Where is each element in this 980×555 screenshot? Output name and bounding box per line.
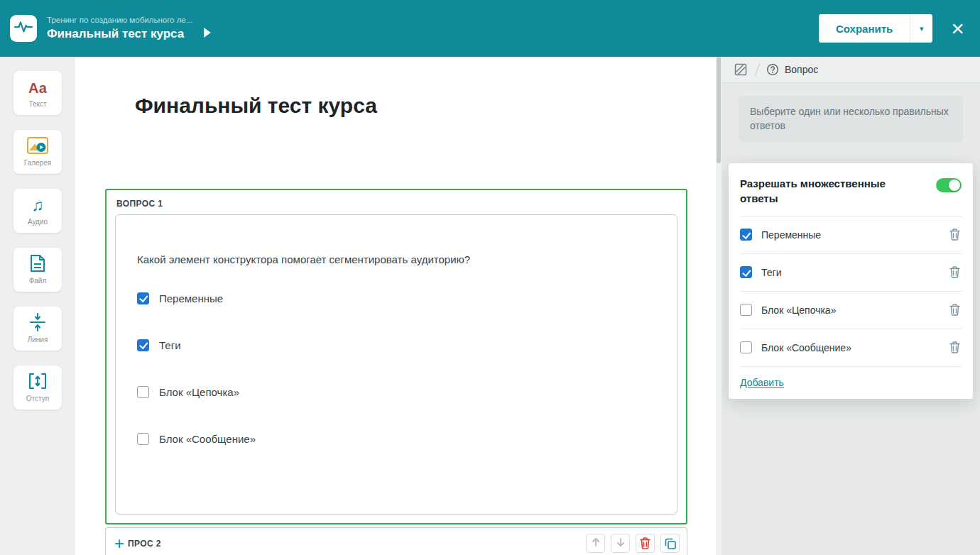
trash-icon bbox=[949, 266, 960, 278]
question-circle-icon bbox=[766, 63, 779, 76]
tool-file-label: Файл bbox=[29, 277, 47, 285]
answer-option-label: Блок «Сообщение» bbox=[159, 433, 256, 445]
question-hint: Выберите один или несколько правильных о… bbox=[739, 96, 963, 142]
tab-block-styles[interactable] bbox=[733, 62, 748, 77]
question-label: ВОПРОС 1 bbox=[107, 190, 686, 214]
question-actions-toolbar bbox=[586, 534, 680, 553]
answer-row: Теги bbox=[740, 254, 962, 292]
toolbox-sidebar: Аа Текст Галерея ♫ Аудио Файл bbox=[0, 57, 75, 555]
multi-answer-toggle[interactable] bbox=[936, 178, 962, 192]
answer-row: Блок «Сообщение» bbox=[740, 329, 962, 367]
tool-spacing[interactable]: Отступ bbox=[13, 366, 62, 410]
top-header: Тренинг по созданию мобильного ле... Фин… bbox=[0, 0, 980, 57]
arrow-up-icon bbox=[591, 537, 601, 549]
close-button[interactable]: × bbox=[951, 17, 964, 40]
lesson-canvas: Финальный тест курса ВОПРОС 1 Какой элем… bbox=[75, 57, 716, 555]
settings-body: Выберите один или несколько правильных о… bbox=[722, 83, 980, 399]
tool-audio-label: Аудио bbox=[28, 218, 48, 226]
file-icon bbox=[30, 254, 45, 275]
toggle-knob bbox=[949, 180, 960, 191]
delete-answer-button[interactable] bbox=[948, 340, 962, 355]
content-row: Аа Текст Галерея ♫ Аудио Файл bbox=[0, 57, 980, 555]
question-text[interactable]: Какой элемент конструктора помогает сегм… bbox=[137, 253, 655, 265]
expand-arrow-icon[interactable] bbox=[204, 28, 211, 38]
delete-answer-button[interactable] bbox=[948, 265, 962, 280]
text-icon: Аа bbox=[28, 81, 47, 95]
breadcrumb-course[interactable]: Тренинг по созданию мобильного ле... bbox=[47, 16, 192, 24]
tab-question[interactable]: Вопрос bbox=[766, 63, 818, 76]
app-root: Тренинг по созданию мобильного ле... Фин… bbox=[0, 0, 980, 555]
tool-line[interactable]: Линия bbox=[13, 307, 62, 351]
answer-label[interactable]: Переменные bbox=[761, 229, 939, 241]
vertical-scrollbar[interactable] bbox=[716, 57, 722, 555]
answer-option-label: Блок «Цепочка» bbox=[159, 386, 239, 398]
multi-answer-label: Разрешать множественные ответы bbox=[740, 176, 903, 206]
save-split-button: Сохранить ▾ bbox=[819, 14, 932, 43]
move-down-button[interactable] bbox=[611, 534, 630, 553]
app-logo[interactable] bbox=[10, 15, 37, 42]
checkbox[interactable] bbox=[137, 386, 149, 398]
answer-label[interactable]: Блок «Цепочка» bbox=[761, 304, 939, 316]
answer-option-row[interactable]: Теги bbox=[137, 337, 655, 353]
lesson-title: Финальный тест курса bbox=[47, 27, 192, 41]
checkbox[interactable] bbox=[137, 339, 149, 351]
answer-option-label: Переменные bbox=[159, 292, 223, 304]
hatched-square-icon bbox=[734, 63, 747, 76]
delete-answer-button[interactable] bbox=[948, 302, 962, 317]
scrollbar-thumb[interactable] bbox=[717, 57, 721, 163]
answer-option-row[interactable]: Переменные bbox=[137, 290, 655, 306]
chevron-down-icon: ▾ bbox=[920, 24, 924, 33]
answer-option-row[interactable]: Блок «Сообщение» bbox=[137, 431, 655, 446]
settings-panel: Вопрос Выберите один или несколько прави… bbox=[722, 57, 980, 555]
line-icon bbox=[28, 313, 47, 334]
tool-gallery-label: Галерея bbox=[24, 159, 51, 167]
delete-question-button[interactable] bbox=[636, 534, 655, 553]
save-button[interactable]: Сохранить bbox=[819, 14, 910, 43]
duplicate-question-button[interactable] bbox=[660, 534, 680, 553]
answers-settings-card: Разрешать множественные ответы Переменны… bbox=[729, 163, 973, 399]
trash-icon bbox=[949, 229, 960, 241]
tool-file[interactable]: Файл bbox=[13, 248, 62, 292]
tool-spacing-label: Отступ bbox=[26, 395, 49, 402]
answer-label[interactable]: Блок «Сообщение» bbox=[761, 342, 939, 353]
question-body: Какой элемент конструктора помогает сегм… bbox=[115, 214, 677, 515]
save-dropdown-button[interactable]: ▾ bbox=[910, 14, 932, 43]
delete-answer-button[interactable] bbox=[948, 227, 962, 242]
page-title[interactable]: Финальный тест курса bbox=[135, 94, 716, 118]
tab-question-label: Вопрос bbox=[785, 64, 818, 75]
tool-text[interactable]: Аа Текст bbox=[13, 71, 62, 115]
checkbox[interactable] bbox=[740, 266, 752, 278]
answer-option-row[interactable]: Блок «Цепочка» bbox=[137, 384, 655, 400]
tool-gallery[interactable]: Галерея bbox=[13, 130, 62, 174]
title-block: Тренинг по созданию мобильного ле... Фин… bbox=[47, 16, 192, 41]
trash-icon bbox=[949, 341, 960, 353]
checkbox[interactable] bbox=[137, 292, 149, 304]
checkbox[interactable] bbox=[740, 304, 752, 316]
pulse-icon bbox=[14, 21, 33, 36]
copy-icon bbox=[665, 538, 676, 549]
trash-icon bbox=[949, 304, 960, 316]
next-question-label: ПРОС 2 bbox=[128, 539, 161, 549]
move-up-button[interactable] bbox=[586, 534, 605, 553]
answer-row: Блок «Цепочка» bbox=[740, 292, 962, 329]
audio-icon: ♫ bbox=[31, 197, 43, 214]
tab-separator bbox=[755, 63, 760, 75]
checkbox[interactable] bbox=[740, 229, 752, 241]
checkbox[interactable] bbox=[740, 341, 752, 353]
answer-label[interactable]: Теги bbox=[761, 267, 939, 278]
settings-tabs-bar: Вопрос bbox=[722, 57, 980, 83]
close-icon: × bbox=[951, 16, 964, 41]
add-block-icon[interactable]: + bbox=[114, 537, 124, 551]
add-answer-link[interactable]: Добавить bbox=[740, 377, 784, 388]
tool-audio[interactable]: ♫ Аудио bbox=[13, 189, 62, 233]
gallery-icon bbox=[27, 137, 48, 157]
multi-answer-row: Разрешать множественные ответы bbox=[740, 176, 962, 216]
question-block-selected[interactable]: ВОПРОС 1 Какой элемент конструктора помо… bbox=[105, 189, 687, 524]
spacing-icon bbox=[28, 373, 47, 392]
tool-line-label: Линия bbox=[28, 336, 48, 344]
question-block-next[interactable]: + ПРОС 2 bbox=[105, 527, 687, 555]
answer-option-label: Теги bbox=[159, 339, 181, 351]
trash-icon bbox=[640, 537, 650, 549]
tool-text-label: Текст bbox=[28, 100, 46, 108]
checkbox[interactable] bbox=[137, 433, 149, 445]
